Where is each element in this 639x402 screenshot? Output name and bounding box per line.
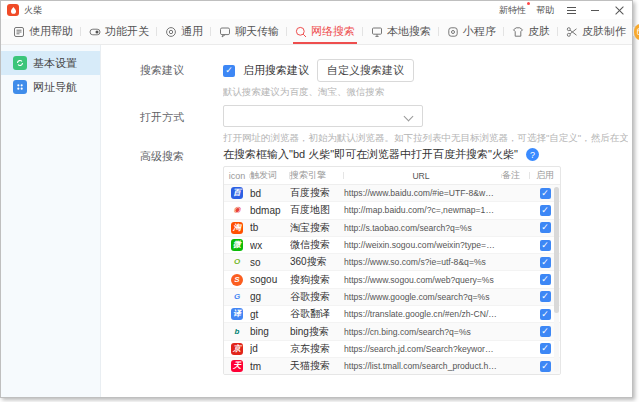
- jd-icon: 京: [231, 343, 243, 355]
- open-mode-hint: 打开网址的浏览器，初始为默认浏览器。如下拉列表中无目标浏览器，可选择"自定义"，…: [223, 132, 628, 145]
- trigger-word: tm: [250, 361, 290, 372]
- main-menu-button[interactable]: [564, 3, 578, 17]
- settings-sidebar: 基本设置 网址导航: [1, 45, 101, 397]
- tab-local-search[interactable]: 本地搜索: [363, 19, 439, 44]
- monitor-icon: [371, 26, 383, 38]
- table-row: G gg 谷歌搜索 https://www.google.com/search?…: [224, 289, 560, 306]
- minimize-icon: [591, 10, 599, 11]
- enable-checkbox[interactable]: [540, 274, 551, 285]
- enable-checkbox[interactable]: [540, 257, 551, 268]
- table-row: S sogou 搜狗搜索 https://www.sogou.com/web?q…: [224, 271, 560, 288]
- scrollbar-thumb[interactable]: [554, 187, 559, 313]
- enable-checkbox[interactable]: [540, 343, 551, 354]
- engine-url: http://weixin.sogou.com/weixin?type=2&qu…: [344, 240, 502, 250]
- tab-general[interactable]: 通用: [157, 19, 211, 44]
- trigger-word: so: [250, 257, 290, 268]
- open-mode-select[interactable]: [223, 105, 423, 127]
- table-row: 微 wx 微信搜索 http://weixin.sogou.com/weixin…: [224, 237, 560, 254]
- trigger-word: wx: [250, 240, 290, 251]
- engine-name: 京东搜索: [290, 342, 344, 356]
- close-icon: [615, 6, 624, 15]
- engine-name: 淘宝搜索: [290, 221, 344, 235]
- network-search-panel: 搜索建议 启用搜索建议 自定义搜索建议 默认搜索建议为百度、淘宝、微信搜索 打开…: [101, 45, 632, 397]
- open-mode-label: 打开方式: [140, 110, 184, 125]
- google-icon: G: [231, 291, 243, 303]
- enable-search-suggest-checkbox[interactable]: [223, 65, 235, 77]
- toggle-icon: [89, 26, 101, 38]
- enable-checkbox[interactable]: [540, 205, 551, 216]
- trigger-word: gt: [250, 309, 290, 320]
- sogou-icon: S: [231, 274, 243, 286]
- advanced-search-desc: 在搜索框输入"bd 火柴"即可在浏览器中打开百度并搜索"火柴": [223, 147, 518, 162]
- engine-url: https://list.tmall.com/search_product.ht…: [344, 361, 502, 371]
- google-translate-icon: 译: [231, 308, 243, 320]
- engine-name: 搜狗搜索: [290, 273, 344, 287]
- search-suggest-label: 搜索建议: [140, 63, 184, 78]
- enable-search-suggest-text: 启用搜索建议: [243, 63, 309, 78]
- whats-new-link[interactable]: 新特性: [499, 4, 526, 17]
- titlebar: 火柴 新特性 帮助: [1, 1, 632, 19]
- tab-feature-switch[interactable]: 功能开关: [81, 19, 157, 44]
- table-scrollbar[interactable]: [554, 187, 559, 372]
- engine-name: 谷歌搜索: [290, 290, 344, 304]
- trigger-word: bing: [250, 326, 290, 337]
- enable-checkbox[interactable]: [540, 222, 551, 233]
- enable-checkbox[interactable]: [540, 240, 551, 251]
- search-engine-table: icon 触发词 搜索引擎 URL 备注 启用 百 bd 百度搜索 https:…: [223, 166, 561, 375]
- engine-url: https://translate.google.cn/#en/zh-CN/%s: [344, 309, 502, 319]
- tab-skins[interactable]: 皮肤: [504, 19, 558, 44]
- enable-checkbox[interactable]: [540, 309, 551, 320]
- engine-url: http://map.baidu.com/?c=,newmap=1&l=12&s…: [344, 205, 502, 215]
- enable-checkbox[interactable]: [540, 326, 551, 337]
- engine-url: https://www.so.com/s?ie=utf-8&q=%s: [344, 257, 502, 267]
- tab-chat-transfer[interactable]: 聊天传输: [211, 19, 287, 44]
- site-navigation-icon: [13, 80, 27, 94]
- table-row: ◉ bdmap 百度地图 http://map.baidu.com/?c=,ne…: [224, 202, 560, 219]
- trigger-word: jd: [250, 343, 290, 354]
- engine-name: 百度地图: [290, 203, 344, 217]
- engine-name: 360搜索: [290, 255, 344, 269]
- basic-settings-icon: [13, 56, 27, 70]
- engine-url: https://www.google.com/search?q=%s: [344, 292, 502, 302]
- trigger-word: bd: [250, 188, 290, 199]
- hamburger-icon: [567, 7, 576, 14]
- tab-mini-programs[interactable]: 小程序: [439, 19, 504, 44]
- enable-checkbox[interactable]: [540, 291, 551, 302]
- sidebar-item-basic-settings[interactable]: 基本设置: [1, 51, 100, 75]
- enable-checkbox[interactable]: [540, 361, 551, 372]
- engine-name: 微信搜索: [290, 238, 344, 252]
- help-doc-icon: [13, 26, 25, 38]
- help-link[interactable]: 帮助: [536, 4, 554, 17]
- 360-icon: O: [231, 256, 243, 268]
- gear-icon: [165, 26, 177, 38]
- engine-url: https://search.jd.com/Search?keyword=%s&…: [344, 344, 502, 354]
- minimize-button[interactable]: [588, 3, 602, 17]
- custom-search-suggest-button[interactable]: 自定义搜索建议: [317, 59, 414, 82]
- tab-network-search[interactable]: 网络搜索: [287, 19, 363, 44]
- settings-tabbar: 使用帮助 功能开关 通用 聊天传输 网络搜索 本地搜索 小程序 皮肤: [1, 19, 632, 45]
- sign-in-button[interactable]: 签到: [634, 18, 639, 46]
- miniapp-icon: [447, 26, 459, 38]
- close-button[interactable]: [612, 3, 626, 17]
- table-row: 淘 tb 淘宝搜索 http://s.taobao.com/search?q=%…: [224, 220, 560, 237]
- tmall-icon: 天: [231, 360, 243, 372]
- engine-url: https://www.baidu.com/#ie=UTF-8&wd=%s: [344, 188, 502, 198]
- tshirt-icon: [512, 26, 524, 38]
- web-search-icon: [295, 26, 307, 38]
- search-suggest-hint: 默认搜索建议为百度、淘宝、微信搜索: [223, 86, 628, 99]
- table-row: 译 gt 谷歌翻译 https://translate.google.cn/#e…: [224, 306, 560, 323]
- table-row: 百 bd 百度搜索 https://www.baidu.com/#ie=UTF-…: [224, 185, 560, 202]
- app-logo-flame-icon: [7, 4, 19, 16]
- taobao-icon: 淘: [231, 222, 243, 234]
- engine-url: https://cn.bing.com/search?q=%s: [344, 327, 502, 337]
- chat-bubble-icon: [219, 26, 231, 38]
- sidebar-item-site-navigation[interactable]: 网址导航: [1, 75, 100, 99]
- scissors-icon: [566, 26, 578, 38]
- enable-checkbox[interactable]: [540, 188, 551, 199]
- tab-usage-help[interactable]: 使用帮助: [5, 19, 81, 44]
- help-question-icon[interactable]: ?: [526, 148, 539, 161]
- tab-skin-maker[interactable]: 皮肤制作: [558, 19, 634, 44]
- engine-name: 天猫搜索: [290, 359, 344, 373]
- settings-window: 火柴 新特性 帮助 使用帮助 功能开关 通用 聊天传输 网络搜索: [0, 0, 633, 398]
- bing-icon: b: [231, 326, 243, 338]
